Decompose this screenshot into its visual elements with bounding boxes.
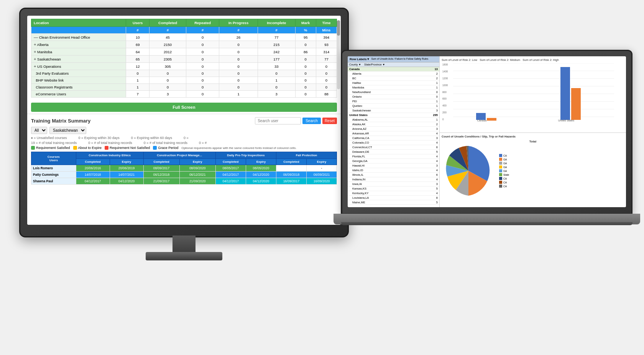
pivot-value: 6 [421,145,439,150]
expand-icon[interactable]: + [34,49,36,54]
pivot-title: Row Labels [350,57,366,61]
pie-area: CA GA GA [442,144,624,198]
y-tick: 0 [442,118,448,121]
pivot-row: Alabama,AL1 [348,118,439,122]
expand-icon[interactable]: + [34,57,36,61]
pivot-label: Kansas,KS [348,186,421,191]
legend-item: GA [499,169,509,172]
matrix-table-wrapper: CoursesUsers Construction Industry Ethic… [31,152,337,185]
user-name: Patty Cummings [31,172,76,178]
subh-incomplete: # [258,27,295,34]
sub-completed-4: Completed [276,159,306,165]
subh-users: # [126,27,150,34]
sub-expiry-4: Expiry [306,159,337,165]
expand-icon[interactable]: + [34,42,36,47]
pie-chart-title: Count of Unsafe Conditions / Slip, Trip … [442,135,624,138]
bar-us-orange [571,88,581,120]
info-stats-2: 19 = # of total training records 0 = # o… [31,141,337,145]
pivot-label: Georgia,GA [348,159,421,164]
reset-button[interactable]: Reset [322,118,337,124]
cell-e4: 06/09/2021 [306,172,337,178]
pivot-value: 1 [421,104,439,108]
pivot-label: Kentucky,KY [348,191,421,196]
pivot-value: 0 [421,90,439,95]
filter-province-select[interactable]: Saskatchewan [49,127,86,134]
cell-e3: 04/12/2020 [246,172,276,178]
pivot-value: 4 [421,159,439,164]
pivot-row: Georgia,GA4 [348,159,439,164]
legend-grace [153,146,157,150]
full-screen-button[interactable]: Full Screen [31,103,337,112]
laptop-content: Row Labels ▼ Sum of Unsafe Acts / Failur… [348,56,626,207]
cell-e1: 20/06/2019 [110,165,143,172]
subh-repeated: # [186,27,219,34]
top-table-area: Location Users Completed Repeated In Pro… [27,16,341,101]
sub-completed-3: Completed [215,159,246,165]
pivot-filter-row: County ▼ State/Province ▼ [348,62,439,67]
legend-label: State [503,173,509,176]
legend-expire-label: About to Expire [78,146,102,150]
legend-expire [73,146,77,150]
pivot-row: Maine,ME5 [348,200,439,205]
legend-color [499,185,502,188]
expiring30-stat: 0 = Expiring within 30 days [78,136,119,140]
pie-chart-subtitle: Total [442,140,624,143]
pivot-row: Colorado,CO4 [348,141,439,145]
pivot-value: 4 [421,191,439,196]
county-filter[interactable]: County ▼ [349,63,361,66]
cell-c3: 04/12/2017 [215,172,246,178]
y-tick: 1000 [442,84,448,87]
col-users: Users [126,19,150,27]
legend-item: GA [499,165,509,169]
sub-expiry-3: Expiry [246,159,276,165]
state-filter[interactable]: State/Province ▼ [364,63,385,66]
expiring60-stat: 0 = Expiring within 60 days [131,136,172,140]
pivot-label: Alabama,AL [348,118,421,122]
pivot-row: Delaware,DE5 [348,150,439,154]
filter-all-select[interactable]: All [31,127,47,134]
scrollbar-thumb[interactable] [337,20,340,36]
cell-c2: 08/09/2017 [143,165,179,172]
pivot-value: 1 [421,81,439,85]
pivot-scroll[interactable]: Canada 13 Alberta2 BC2 Halifax1 Manitoba… [348,67,439,205]
pivot-row: Manitoba1 [348,85,439,90]
pivot-row: Maryland,MD4 [348,205,439,205]
table-row: + Saskatchewan 65230500177077 [31,56,337,63]
pivot-value: 295 [421,113,439,118]
y-axis: 1600 1400 1200 1000 800 600 400 200 0 [442,63,448,121]
legend-color [499,154,502,157]
pivot-label: Alberta [348,72,421,76]
pivot-row: Arkansas,AR4 [348,131,439,136]
pivot-value: 4 [421,168,439,173]
bar-chart: Sum of Level of Risk 2: Low Sum of Level… [440,56,626,133]
pivot-row: Alberta2 [348,72,439,76]
pivot-value: 1 [421,85,439,90]
monitor-stand-base [146,252,222,260]
matrix-table: CoursesUsers Construction Industry Ethic… [31,152,337,185]
pivot-value: 2 [421,72,439,76]
legend-label: CA [503,181,507,184]
x-label-canada: Canada [477,119,487,122]
monitor-screen: Location Users Completed Repeated In Pro… [27,16,341,225]
table-scrollbar[interactable] [337,20,340,89]
legend-label: GA [503,162,507,165]
pivot-row: Ontario0 [348,95,439,99]
pivot-value: 3 [421,108,439,113]
subh-mark: % [295,27,316,34]
pivot-value: 1 [421,99,439,104]
pivot-label: Arkansas,AR [348,131,421,136]
search-input[interactable] [255,117,301,124]
training-matrix-section: Training Matrix Summary Search Reset All [27,114,341,188]
legend-not-satisfied-label: Requirement Not Satisfied [110,146,150,150]
search-button[interactable]: Search [302,118,321,124]
expand-icon[interactable]: + [34,64,36,69]
pivot-value: 8 [421,196,439,200]
pivot-sort-icon[interactable]: ▼ [366,57,370,61]
expand-icon[interactable]: — [34,35,38,39]
y-tick: 1200 [442,77,448,80]
pie-chart: Count of Unsafe Conditions / Slip, Trip … [440,133,626,207]
expiring90-stat: 0 = [184,136,189,140]
pivot-label: Alaska,AK [348,122,421,127]
pivot-row: Louisiana,LA8 [348,196,439,200]
pivot-label: Florida,FL [348,154,421,159]
